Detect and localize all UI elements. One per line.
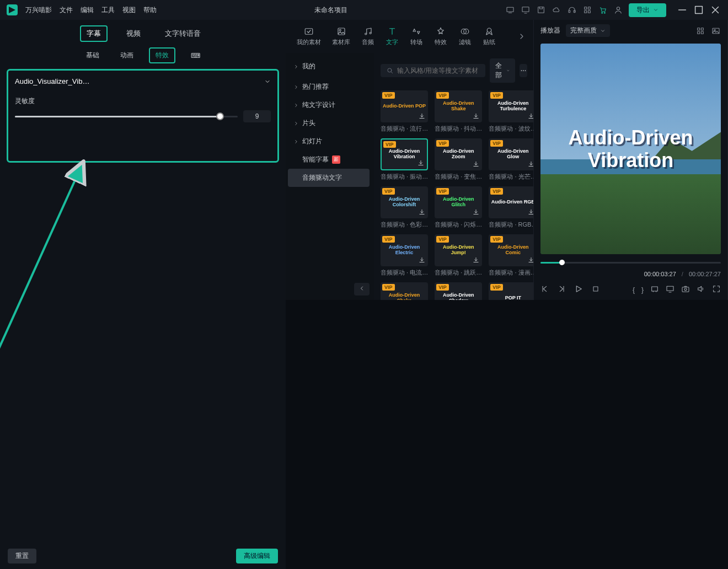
brace-close-icon[interactable]: } <box>641 286 644 294</box>
svg-rect-6 <box>588 7 590 9</box>
sidebar-item-2[interactable]: 片头 <box>288 114 370 132</box>
menu-help[interactable]: 帮助 <box>143 6 157 15</box>
monitor-icon[interactable] <box>521 5 531 15</box>
titlebar: 万兴喵影 文件 编辑 工具 视图 帮助 未命名项目 导出 <box>0 0 728 20</box>
asset-item-4[interactable]: VIP Audio-Driven Zoom 音频驱动 · 变焦… <box>435 138 482 181</box>
sidebar-my[interactable]: 我的 <box>288 57 370 76</box>
sidebar-item-4[interactable]: 智能字幕新 <box>288 151 370 169</box>
image-view-icon[interactable] <box>711 26 721 36</box>
asset-filter[interactable]: 全部 <box>490 58 515 83</box>
asset-tab-5[interactable]: 特效 <box>430 24 452 49</box>
window-maximize[interactable] <box>693 4 705 16</box>
asset-item-14[interactable]: VIP POP IT 音频驱动 · 跳动… <box>489 282 533 300</box>
headset-icon[interactable] <box>567 5 577 15</box>
sidebar-item-0[interactable]: 热门推荐 <box>288 78 370 96</box>
device-icon[interactable] <box>505 5 515 15</box>
download-icon <box>527 160 533 168</box>
chevron-right-icon <box>293 64 299 69</box>
svg-rect-8 <box>588 10 590 13</box>
save-icon[interactable] <box>536 5 546 15</box>
sidebar-item-3[interactable]: 幻灯片 <box>288 132 370 151</box>
asset-item-10[interactable]: VIP Audio-Driven Jump! 音频驱动 · 跳跃… <box>435 234 482 277</box>
asset-item-5[interactable]: VIP Audio-Driven Glow 音频驱动 · 光芒… <box>489 138 533 181</box>
asset-thumb: VIP Audio-Driven RGB <box>489 186 533 218</box>
asset-item-3[interactable]: VIP Audio-Driven Vibration 音频驱动 · 振动… <box>381 138 428 181</box>
user-icon[interactable] <box>613 5 623 15</box>
asset-item-12[interactable]: VIP Audio-Driven Shake 音频驱动 · 抖动… <box>381 282 428 300</box>
brace-open-icon[interactable]: { <box>633 286 635 294</box>
snapshot-icon[interactable] <box>681 284 690 295</box>
asset-search-input[interactable] <box>397 67 480 74</box>
sensitivity-value[interactable]: 9 <box>243 110 271 122</box>
preview-quality-selector[interactable]: 完整画质 <box>566 24 610 37</box>
chevron-right-icon <box>293 103 299 108</box>
window-close[interactable] <box>709 4 721 16</box>
asset-tab-4[interactable]: 转场 <box>405 24 427 49</box>
apps-icon[interactable] <box>582 5 592 15</box>
export-button[interactable]: 导出 <box>629 3 666 17</box>
asset-item-1[interactable]: VIP Audio-Driven Shake 音频驱动 · 抖动… <box>435 90 482 133</box>
sensitivity-slider[interactable] <box>15 116 238 117</box>
props-tab2-2[interactable]: 特效 <box>149 47 175 63</box>
aspect-icon[interactable] <box>650 284 659 295</box>
download-icon <box>472 112 480 120</box>
props-tab1-2[interactable]: 文字转语音 <box>159 26 206 41</box>
props-tab2-1[interactable]: 动画 <box>115 49 139 62</box>
asset-tab-3[interactable]: 文字 <box>381 24 403 49</box>
props-tab1-0[interactable]: 字幕 <box>80 25 108 42</box>
window-minimize[interactable] <box>676 4 688 16</box>
asset-tab-1[interactable]: 素材库 <box>328 24 355 49</box>
reset-button[interactable]: 重置 <box>8 549 36 563</box>
asset-tabs-more[interactable] <box>517 31 527 41</box>
svg-point-11 <box>617 7 619 10</box>
fullscreen-icon[interactable] <box>712 284 721 295</box>
asset-tab-icon <box>335 26 348 36</box>
grid-view-icon[interactable] <box>695 26 705 36</box>
menu-file[interactable]: 文件 <box>60 6 73 15</box>
asset-more[interactable] <box>520 64 527 77</box>
asset-item-7[interactable]: VIP Audio-Driven Glitch 音频驱动 · 闪烁… <box>435 186 482 229</box>
stop-button[interactable] <box>591 284 600 295</box>
props-tab1-1[interactable]: 视频 <box>121 26 146 41</box>
asset-item-8[interactable]: VIP Audio-Driven RGB 音频驱动 · RGB… <box>489 186 533 229</box>
next-frame-button[interactable] <box>557 284 566 295</box>
volume-icon[interactable] <box>697 284 705 295</box>
download-icon <box>418 256 426 264</box>
prev-frame-button[interactable] <box>540 284 549 295</box>
asset-item-11[interactable]: VIP Audio-Driven Comic 音频驱动 · 漫画… <box>489 234 533 277</box>
sidebar-item-5[interactable]: 音频驱动文字 <box>288 169 370 187</box>
sidebar-item-1[interactable]: 纯文字设计 <box>288 96 370 114</box>
download-icon <box>418 208 426 216</box>
cart-icon[interactable] <box>598 5 608 15</box>
asset-tab-6[interactable]: 滤镜 <box>454 24 476 49</box>
svg-point-17 <box>370 33 371 34</box>
preview-viewport[interactable]: Audio-Driven Vibration <box>540 44 721 254</box>
sidebar-collapse[interactable] <box>354 283 370 296</box>
download-icon <box>527 208 533 216</box>
menu-view[interactable]: 视图 <box>122 6 136 15</box>
asset-caption: 音频驱动 · 波纹… <box>489 125 533 133</box>
cloud-icon[interactable] <box>552 5 561 15</box>
asset-tab-0[interactable]: 我的素材 <box>292 24 325 49</box>
props-tab2-0[interactable]: 基础 <box>81 49 105 62</box>
asset-item-6[interactable]: VIP Audio-Driven Colorshift 音频驱动 · 色彩… <box>381 186 428 229</box>
menu-edit[interactable]: 编辑 <box>81 6 94 15</box>
asset-tab-7[interactable]: 贴纸 <box>478 24 500 49</box>
asset-item-9[interactable]: VIP Audio-Driven Electric 音频驱动 · 电流… <box>381 234 428 277</box>
asset-tab-2[interactable]: 音频 <box>357 24 379 49</box>
app-name: 万兴喵影 <box>25 6 52 15</box>
chevron-down-icon[interactable] <box>264 78 271 85</box>
asset-item-13[interactable]: VIP Audio-Driven Shadow 音频驱动 · 震颤… <box>435 282 482 300</box>
asset-search[interactable] <box>381 64 485 77</box>
advanced-edit-button[interactable]: 高级编辑 <box>236 549 278 563</box>
menu-tools[interactable]: 工具 <box>101 6 115 15</box>
preview-progress[interactable] <box>540 260 721 265</box>
play-button[interactable] <box>574 284 584 296</box>
vip-badge: VIP <box>382 284 395 291</box>
screen-icon[interactable] <box>666 284 675 295</box>
asset-item-2[interactable]: VIP Audio-Driven Turbulence 音频驱动 · 波纹… <box>489 90 533 133</box>
props-tab2-3[interactable]: ⌨ <box>185 50 206 62</box>
svg-rect-3 <box>569 10 570 13</box>
asset-item-0[interactable]: VIP Audio-Driven POP 音频驱动 · 流行… <box>381 90 428 133</box>
asset-sidebar: 我的 热门推荐纯文字设计片头幻灯片智能字幕新音频驱动文字 <box>286 53 374 300</box>
